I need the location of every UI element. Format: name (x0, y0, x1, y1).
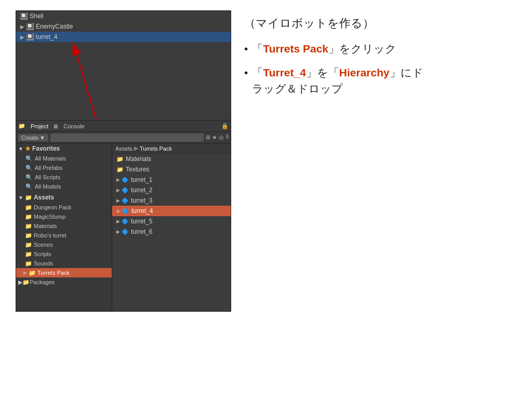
arrow-icon: ▶ (116, 219, 120, 224)
unity-editor-screenshot: 🔲 Shell ▶ 🔲 EnemyCastle ▶ 🔲 turret_4 (16, 10, 231, 312)
prefab-icon: 🔷 (122, 218, 129, 225)
hierarchy-turret4[interactable]: ▶ 🔲 turret_4 (16, 32, 231, 42)
prefab-icon: 🔷 (122, 187, 129, 194)
content-textures[interactable]: 📁 Textures (112, 164, 231, 175)
object-icon: 🔲 (20, 12, 28, 20)
content-turret4[interactable]: ▶ 🔷 turret_4 (112, 206, 231, 216)
create-button[interactable]: Create ▼ (18, 134, 48, 141)
folder-icon: 📁 (25, 232, 32, 239)
prefab-icon: 🔷 (122, 177, 129, 183)
favorites-header[interactable]: ▼ ★ Favorites (16, 143, 112, 154)
toolbar-icons: ⊞ ★ ◎ 9 (206, 134, 229, 141)
assets-arrow: ▼ (18, 195, 23, 201)
search-icon: 🔍 (25, 174, 33, 181)
arrow-icon: ▶ (116, 188, 120, 193)
instruction-list: • 「Turrets Pack」をクリック • 「Turret_4」を「Hier… (244, 41, 519, 97)
tab-console[interactable]: Console (59, 121, 88, 131)
project-sidebar: ▼ ★ Favorites 🔍 All Materials 🔍 All Pref… (16, 143, 112, 311)
arrow-icon: ▶ (20, 34, 24, 40)
arrow-icon: ▶ (117, 208, 121, 214)
content-turret3[interactable]: ▶ 🔷 turret_3 (112, 195, 231, 206)
sidebar-scenes[interactable]: 📁 Scenes (16, 240, 112, 249)
sidebar-item-all-scripts[interactable]: 🔍 All Scripts (16, 172, 112, 182)
content-item-label: turret_2 (131, 187, 152, 194)
search-input[interactable] (50, 134, 204, 142)
sidebar-dungeon-pack[interactable]: 📁 Dungeon Pack (16, 203, 112, 212)
hierarchy-item-label: Shell (30, 12, 44, 20)
sidebar-scripts[interactable]: 📁 Scripts (16, 249, 112, 259)
arrow-icon: ▶ (18, 279, 22, 286)
console-tab-icon: 🖥 (52, 123, 58, 129)
hierarchy-area: 🔲 Shell ▶ 🔲 EnemyCastle ▶ 🔲 turret_4 (16, 11, 231, 123)
packages-label: Packages (30, 279, 55, 285)
project-panel: 📁 Project 🖥 Console 🔒 Create ▼ ⊞ ★ ◎ 9 (16, 120, 231, 311)
assets-section: ▼ 📁 Assets 📁 Dungeon Pack 📁 MagicStump (16, 192, 112, 287)
hierarchy-highlight: Hierarchy (339, 66, 390, 78)
content-turret5[interactable]: ▶ 🔷 turret_5 (112, 216, 231, 227)
project-tab-icon: 📁 (18, 123, 25, 129)
arrow-icon: ▶ (23, 270, 27, 275)
sidebar-item-label: All Prefabs (35, 165, 62, 171)
sidebar-packages[interactable]: ▶ 📁 Packages (16, 277, 112, 287)
create-button-label: Create (21, 135, 38, 141)
arrow-icon: ▶ (116, 229, 120, 234)
content-turret6[interactable]: ▶ 🔷 turret_6 (112, 227, 231, 237)
item-label: Turrets Pack (37, 270, 70, 276)
folder-icon: 📁 (25, 260, 32, 267)
folder-icon: 📁 (29, 270, 36, 276)
folder-icon: 📁 (25, 214, 32, 220)
content-turret2[interactable]: ▶ 🔷 turret_2 (112, 185, 231, 195)
filter-icon[interactable]: ⊞ (206, 134, 210, 141)
search-icon: 🔍 (25, 165, 33, 171)
content-item-label: turret_4 (131, 207, 153, 215)
item-label: Scenes (34, 242, 53, 248)
breadcrumb-separator: ▶ (134, 145, 138, 152)
eye-icon[interactable]: ◎ (219, 134, 224, 141)
create-dropdown-icon: ▼ (39, 135, 45, 141)
hierarchy-shell: 🔲 Shell (16, 11, 231, 21)
svg-line-1 (73, 42, 96, 119)
project-main-area: ▼ ★ Favorites 🔍 All Materials 🔍 All Pref… (16, 143, 231, 311)
sidebar-sounds[interactable]: 📁 Sounds (16, 259, 112, 268)
hierarchy-enemycastle[interactable]: ▶ 🔲 EnemyCastle (16, 21, 231, 32)
search-icon: 🔍 (25, 183, 33, 190)
sidebar-item-all-materials[interactable]: 🔍 All Materials (16, 154, 112, 163)
folder-icon: 📁 (25, 251, 32, 258)
prefab-icon: 🔷 (122, 229, 129, 235)
content-materials[interactable]: 📁 Materials (112, 154, 231, 164)
search-icon: 🔍 (25, 155, 33, 162)
content-turret1[interactable]: ▶ 🔷 turret_1 (112, 175, 231, 185)
content-item-label: Materials (126, 155, 151, 163)
sidebar-materials[interactable]: 📁 Materials (16, 221, 112, 231)
sidebar-turrets-pack[interactable]: ▶ 📁 Turrets Pack (16, 268, 112, 277)
turret4-highlight: Turret_4 (263, 66, 305, 78)
object-icon: 🔲 (26, 23, 34, 30)
star-filter-icon[interactable]: ★ (212, 134, 217, 141)
hierarchy-item-label: turret_4 (36, 33, 57, 41)
content-item-label: turret_3 (131, 197, 152, 204)
content-item-label: Textures (126, 166, 149, 173)
tab-project[interactable]: Project (26, 121, 52, 131)
assets-header[interactable]: ▼ 📁 Assets (16, 192, 112, 203)
instruction-item-2: • 「Turret_4」を「Hierarchy」にドラッグ＆ドロップ (244, 64, 519, 97)
project-toolbar: Create ▼ ⊞ ★ ◎ 9 (16, 132, 231, 143)
instruction-text-1: 「Turrets Pack」をクリック (252, 41, 396, 57)
instruction-text-2: 「Turret_4」を「Hierarchy」にドラッグ＆ドロップ (252, 64, 423, 97)
favorites-label: Favorites (32, 145, 60, 152)
folder-icon: 📁 (25, 204, 32, 211)
sidebar-magic-stump[interactable]: 📁 MagicStump (16, 212, 112, 221)
sidebar-item-all-prefabs[interactable]: 🔍 All Prefabs (16, 163, 112, 172)
sidebar-robos-turret[interactable]: 📁 Robo's turret (16, 231, 112, 240)
tab-console-label: Console (63, 123, 84, 129)
content-item-label: turret_1 (131, 176, 152, 183)
hierarchy-item-label: EnemyCastle (36, 23, 73, 30)
bullet-icon: • (244, 41, 248, 57)
sidebar-item-all-models[interactable]: 🔍 All Models (16, 182, 112, 191)
item-label: Materials (34, 223, 57, 229)
content-item-label: turret_5 (131, 218, 152, 225)
content-item-label: turret_6 (131, 228, 152, 235)
favorites-arrow: ▼ (18, 146, 23, 152)
item-label: MagicStump (34, 214, 65, 220)
project-tabs: 📁 Project 🖥 Console 🔒 (16, 121, 231, 132)
instruction-panel: （マイロボットを作る） • 「Turrets Pack」をクリック • 「Tur… (231, 0, 532, 399)
